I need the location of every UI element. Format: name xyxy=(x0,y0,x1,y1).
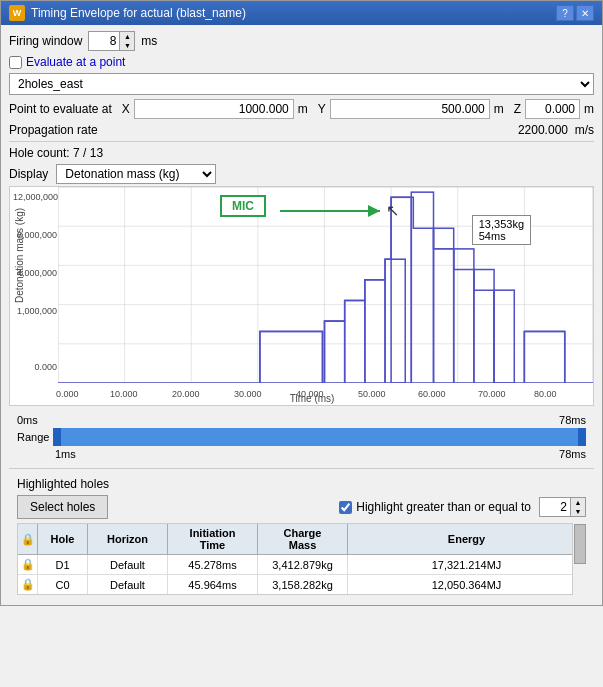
tooltip-line2: 54ms xyxy=(479,230,524,242)
td-lock-1: 🔒 xyxy=(18,555,38,574)
y-tick-bottom: 0.000 xyxy=(13,362,57,372)
point-row: Point to evaluate at X m Y m Z m xyxy=(9,99,594,119)
window-title: Timing Envelope for actual (blast_name) xyxy=(31,6,246,20)
th-lock: 🔒 xyxy=(18,524,38,554)
point-label: Point to evaluate at xyxy=(9,102,112,116)
th-horizon: Horizon xyxy=(88,524,168,554)
x-unit: m xyxy=(298,102,308,116)
highlight-checkbox[interactable] xyxy=(339,501,352,514)
highlight-spinner-up[interactable]: ▲ xyxy=(571,498,585,507)
spinner-down[interactable]: ▼ xyxy=(120,41,134,50)
td-charge-2: 3,158.282kg xyxy=(258,575,348,594)
display-row: Display Detonation mass (kg) xyxy=(9,164,594,184)
firing-window-spinner[interactable]: ▲ ▼ xyxy=(88,31,135,51)
mic-label: MIC xyxy=(220,195,266,217)
table: 🔒 Hole Horizon InitiationTime ChargeMass… xyxy=(17,523,586,595)
highlight-value-input[interactable] xyxy=(540,499,570,515)
y-input[interactable] xyxy=(330,99,490,119)
x-tick-7: 70.000 xyxy=(478,389,506,399)
dropdown-row: 2holes_east xyxy=(9,73,594,95)
dropdown-wrapper: 2holes_east xyxy=(9,73,594,95)
evaluate-checkbox-label[interactable]: Evaluate at a point xyxy=(26,55,125,69)
z-input[interactable] xyxy=(525,99,580,119)
firing-window-label: Firing window xyxy=(9,34,82,48)
range-bottom-left: 1ms xyxy=(55,448,76,460)
range-top-left: 0ms xyxy=(17,414,38,426)
range-handle-left[interactable] xyxy=(53,428,61,446)
highlight-label[interactable]: Highlight greater than or equal to xyxy=(356,500,531,514)
x-axis-label: Time (ms) xyxy=(290,393,335,404)
x-tick-8: 80.00 xyxy=(534,389,557,399)
lock-icon-2: 🔒 xyxy=(21,578,35,591)
table-scrollbar[interactable] xyxy=(572,523,586,595)
spinner-buttons: ▲ ▼ xyxy=(119,32,134,50)
firing-window-input[interactable] xyxy=(89,33,119,49)
x-tick-3: 30.000 xyxy=(234,389,262,399)
range-bottom-labels: 1ms 78ms xyxy=(17,448,586,460)
y-tick-top: 12,000,000 xyxy=(13,192,57,202)
propagation-value: 2200.000 m/s xyxy=(518,123,594,137)
highlighted-title: Highlighted holes xyxy=(17,477,586,491)
help-button[interactable]: ? xyxy=(556,5,574,21)
range-track[interactable] xyxy=(53,428,586,446)
y-tick-4: 1,000,000 xyxy=(13,306,57,316)
hole-count-row: Hole count: 7 / 13 xyxy=(9,146,594,160)
th-charge-mass: ChargeMass xyxy=(258,524,348,554)
y-unit: m xyxy=(494,102,504,116)
x-tick-1: 10.000 xyxy=(110,389,138,399)
range-side-label: Range xyxy=(17,431,49,443)
evaluate-checkbox[interactable] xyxy=(9,56,22,69)
th-hole: Hole xyxy=(38,524,88,554)
main-window: W Timing Envelope for actual (blast_name… xyxy=(0,0,603,606)
x-tick-0: 0.000 xyxy=(56,389,79,399)
range-top-right: 78ms xyxy=(559,414,586,426)
chart-area: Detonation mass (kg) xyxy=(9,186,594,406)
lock-icon-1: 🔒 xyxy=(21,558,35,571)
range-handle-right[interactable] xyxy=(578,428,586,446)
tooltip-box: 13,353kg 54ms xyxy=(472,215,531,245)
range-top-labels: 0ms 78ms xyxy=(17,414,586,426)
display-select[interactable]: Detonation mass (kg) xyxy=(56,164,216,184)
x-tick-2: 20.000 xyxy=(172,389,200,399)
hole-count-value: 7 / 13 xyxy=(73,146,103,160)
range-slider-wrapper: Range xyxy=(17,428,586,446)
scrollbar-thumb[interactable] xyxy=(574,524,586,564)
highlight-spinner[interactable]: ▲ ▼ xyxy=(539,497,586,517)
spinner-up[interactable]: ▲ xyxy=(120,32,134,41)
table-row: 🔒 D1 Default 45.278ms 3,412.879kg 17,321… xyxy=(18,555,585,575)
scenario-dropdown[interactable]: 2holes_east xyxy=(9,73,594,95)
z-unit: m xyxy=(584,102,594,116)
x-input[interactable] xyxy=(134,99,294,119)
firing-window-row: Firing window ▲ ▼ ms xyxy=(9,31,594,51)
x-label: X xyxy=(122,102,130,116)
highlighted-controls: Select holes Highlight greater than or e… xyxy=(17,495,586,519)
td-hole-2: C0 xyxy=(38,575,88,594)
divider-1 xyxy=(9,141,594,142)
highlighted-section: Highlighted holes Select holes Highlight… xyxy=(9,473,594,599)
title-buttons: ? ✕ xyxy=(556,5,594,21)
td-lock-2: 🔒 xyxy=(18,575,38,594)
hole-count-label: Hole count: xyxy=(9,146,70,160)
select-holes-button[interactable]: Select holes xyxy=(17,495,108,519)
divider-2 xyxy=(9,468,594,469)
close-button[interactable]: ✕ xyxy=(576,5,594,21)
y-axis-label: Detonation mass (kg) xyxy=(14,289,25,303)
y-label: Y xyxy=(318,102,326,116)
title-bar: W Timing Envelope for actual (blast_name… xyxy=(1,1,602,25)
display-label: Display xyxy=(9,167,48,181)
th-init-time: InitiationTime xyxy=(168,524,258,554)
mic-arrow xyxy=(280,201,390,221)
highlight-spinner-down[interactable]: ▼ xyxy=(571,507,585,516)
x-tick-5: 50.000 xyxy=(358,389,386,399)
tooltip-line1: 13,353kg xyxy=(479,218,524,230)
td-horizon-2: Default xyxy=(88,575,168,594)
td-init-2: 45.964ms xyxy=(168,575,258,594)
th-energy: Energy xyxy=(348,524,585,554)
app-icon: W xyxy=(9,5,25,21)
td-charge-1: 3,412.879kg xyxy=(258,555,348,574)
highlight-spinner-btns: ▲ ▼ xyxy=(570,498,585,516)
td-energy-1: 17,321.214MJ xyxy=(348,555,585,574)
cursor-icon: ↖ xyxy=(386,201,399,220)
td-energy-2: 12,050.364MJ xyxy=(348,575,585,594)
td-hole-1: D1 xyxy=(38,555,88,574)
